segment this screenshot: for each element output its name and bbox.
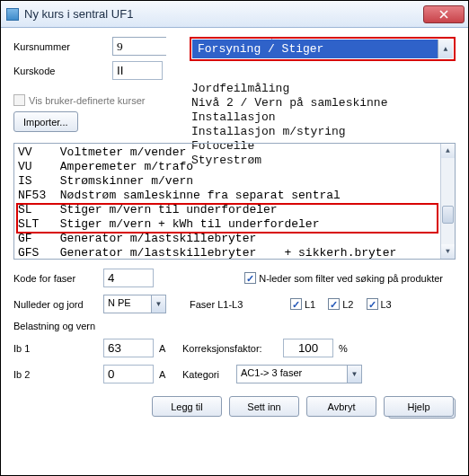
list-item[interactable]: VU Amperemeter m/trafo <box>18 160 440 174</box>
vis-brukerdef-label: Vis bruker-definerte kurser <box>29 95 145 106</box>
checkbox-icon[interactable] <box>367 298 378 310</box>
nulleder-label: Nulleder og jord <box>13 299 103 310</box>
list-item[interactable]: Installasjon m/styring <box>191 125 454 139</box>
kode-faser-label: Kode for faser <box>13 273 103 284</box>
ib2-input[interactable] <box>103 365 154 383</box>
checkbox-icon[interactable] <box>290 298 302 310</box>
chevron-down-icon[interactable]: ▼ <box>347 366 361 383</box>
scroll-up-icon[interactable]: ▲ <box>441 144 455 158</box>
hjelp-button[interactable]: Hjelp <box>384 396 454 417</box>
ib2-label: Ib 2 <box>13 369 103 380</box>
kategori-select[interactable]: AC1-> 3 faser ▼ <box>236 365 362 383</box>
list-item[interactable]: GFS Generator m/lastskillebryter + sikke… <box>18 246 440 260</box>
dialog-buttons: Legg til Sett inn Avbryt Hjelp <box>15 396 454 417</box>
nleder-filter-check[interactable]: N-leder som filter ved søking på produkt… <box>244 272 443 284</box>
unit-pct: % <box>333 343 348 354</box>
scroll-thumb[interactable] <box>442 206 454 224</box>
close-icon <box>439 10 448 19</box>
kurskode-label: Kurskode <box>13 66 112 76</box>
list-item[interactable]: Nivå 2 / Vern på samleskinne <box>191 96 454 110</box>
sett-inn-button[interactable]: Sett inn <box>229 396 299 417</box>
list-item[interactable]: IS Strømskinner m/vern <box>18 174 440 189</box>
scroll-down-icon[interactable]: ▼ <box>441 244 455 259</box>
kursnummer-label: Kursnummer <box>13 41 112 52</box>
list-item[interactable]: SL Stiger m/vern til underfordeler <box>18 203 440 217</box>
checkbox-icon[interactable] <box>13 94 25 106</box>
avbryt-button[interactable]: Avbryt <box>306 396 376 417</box>
unit-a: A <box>154 369 172 380</box>
category-select-highlight: Forsyning / Stiger ▲ <box>190 37 456 61</box>
nulleder-select[interactable]: N PE ▼ <box>103 295 166 313</box>
legg-til-button[interactable]: Legg til <box>152 396 222 417</box>
faser-label: Faser L1-L3 <box>190 299 290 310</box>
list-item[interactable]: GF Generator m/lastskillebryter <box>18 232 440 246</box>
korr-label: Korreksjonsfaktor: <box>182 343 283 354</box>
list-item[interactable]: Jordfeilmåling <box>191 82 454 96</box>
title-bar: Ny kurs i sentral UF1 <box>1 1 468 28</box>
kurs-listbox[interactable]: VV Voltmeter m/venderVU Amperemeter m/tr… <box>13 143 456 260</box>
importer-button[interactable]: Importer... <box>13 111 78 132</box>
l3-check[interactable]: L3 <box>367 298 392 310</box>
list-item[interactable]: Installasjon <box>191 110 454 125</box>
chevron-down-icon[interactable]: ▼ <box>151 295 165 313</box>
window-title: Ny kurs i sentral UF1 <box>24 7 133 21</box>
l1-check[interactable]: L1 <box>290 298 315 310</box>
belastning-label: Belastning og vern <box>13 321 95 331</box>
kursnummer-input[interactable]: ▼ <box>112 37 166 56</box>
close-button[interactable] <box>423 5 465 23</box>
korr-input[interactable] <box>283 339 333 357</box>
checkbox-icon[interactable] <box>244 272 256 284</box>
chevron-down-icon[interactable]: ▲ <box>438 40 453 58</box>
category-value: Forsyning / Stiger <box>192 42 438 56</box>
category-select[interactable]: Forsyning / Stiger ▲ <box>192 40 453 58</box>
l2-check[interactable]: L2 <box>328 298 353 310</box>
kurskode-input[interactable] <box>112 61 163 80</box>
kode-faser-input[interactable] <box>103 269 154 287</box>
kategori-label: Kategori <box>182 369 236 380</box>
unit-a: A <box>154 343 172 354</box>
list-item[interactable]: NF53 Nødstrøm samleskinne fra separat se… <box>18 189 440 203</box>
list-item[interactable]: VV Voltmeter m/vender <box>18 145 440 160</box>
ib1-input[interactable] <box>103 339 154 357</box>
scrollbar[interactable]: ▲ ▼ <box>440 144 455 259</box>
ib1-label: Ib 1 <box>13 343 103 354</box>
scroll-track[interactable] <box>441 158 455 244</box>
app-icon <box>6 8 19 21</box>
list-item[interactable]: SLT Stiger m/vern + kWh til underfordele… <box>18 217 440 232</box>
checkbox-icon[interactable] <box>328 298 340 310</box>
